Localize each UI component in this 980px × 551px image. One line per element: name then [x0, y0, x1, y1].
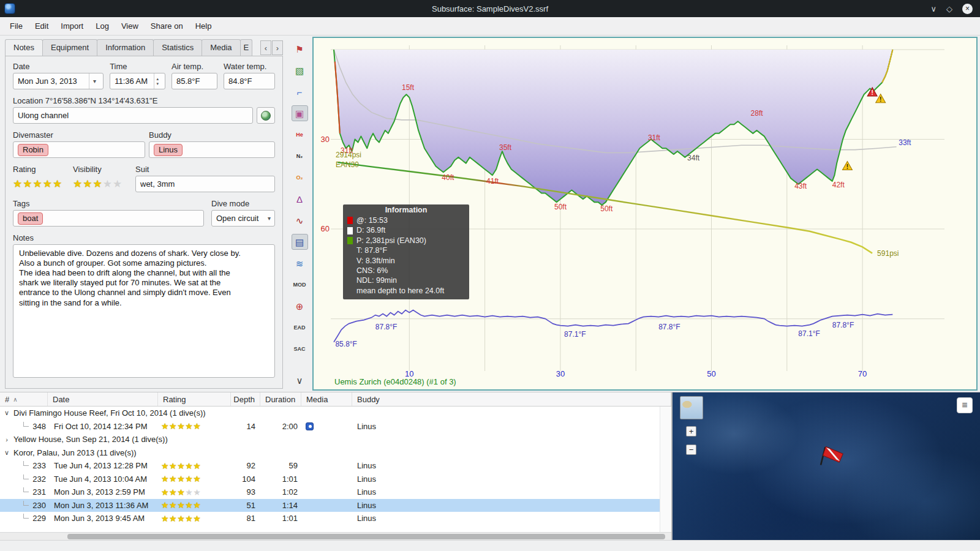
star-icon[interactable]: ★: [161, 474, 169, 484]
date-combobox[interactable]: Mon Jun 3, 2013 ▾: [13, 73, 104, 89]
star-icon[interactable]: ★: [185, 500, 193, 510]
map-zoom-out-button[interactable]: −: [686, 444, 696, 455]
dive-row[interactable]: 231Mon Jun 3, 2013 2:59 PM★★★★★931:02Lin…: [0, 485, 660, 499]
star-icon[interactable]: ★: [43, 178, 53, 190]
star-icon[interactable]: ★: [169, 421, 177, 431]
column-header-date[interactable]: Date: [48, 392, 158, 406]
tab-media[interactable]: Media: [202, 39, 240, 56]
dc-events-icon[interactable]: ⊕: [292, 298, 308, 314]
rating-stars[interactable]: ★★★★★: [13, 176, 64, 192]
star-icon[interactable]: ★: [161, 500, 169, 510]
tab-e[interactable]: E: [240, 39, 252, 56]
he-partial-pressure-icon[interactable]: He: [292, 127, 308, 143]
dive-flag-marker[interactable]: [815, 444, 846, 472]
spin-down-icon[interactable]: ▾: [156, 81, 159, 86]
tab-statistics[interactable]: Statistics: [153, 39, 202, 56]
tab-information[interactable]: Information: [97, 39, 154, 56]
dive-map[interactable]: + − ≡: [673, 392, 980, 540]
chevron-down-icon[interactable]: ∨: [2, 449, 11, 457]
map-overview-thumbnail[interactable]: [680, 396, 703, 419]
air-temp-field[interactable]: 85.8°F: [172, 73, 217, 89]
calculated-ceiling-icon[interactable]: ≋: [292, 255, 308, 271]
tag-chip[interactable]: boat: [18, 212, 43, 225]
tab-notes[interactable]: Notes: [5, 39, 43, 56]
star-icon[interactable]: ★: [13, 178, 23, 190]
dive-row[interactable]: 230Mon Jun 3, 2013 11:36 AM★★★★★511:14Li…: [0, 499, 660, 512]
tab-equipment[interactable]: Equipment: [42, 39, 97, 56]
show-pictures-icon[interactable]: ▣: [292, 105, 308, 121]
menu-log[interactable]: Log: [89, 18, 115, 34]
star-icon[interactable]: ★: [103, 178, 113, 190]
photos-toggle-icon[interactable]: ▧: [292, 62, 308, 78]
star-icon[interactable]: ★: [177, 487, 185, 497]
notes-textarea[interactable]: Unbelievable dive. Dozens and dozens of …: [13, 244, 275, 378]
menu-file[interactable]: File: [4, 18, 29, 34]
star-icon[interactable]: ★: [169, 461, 177, 471]
dive-mode-icon[interactable]: ⚑: [292, 41, 308, 57]
dc-ceiling-icon[interactable]: Δ: [292, 191, 308, 207]
star-icon[interactable]: ★: [185, 514, 193, 523]
star-icon[interactable]: ★: [169, 500, 177, 510]
dive-row[interactable]: 232Tue Jun 4, 2013 10:04 AM★★★★★1041:01L…: [0, 473, 660, 486]
star-icon[interactable]: ★: [23, 178, 32, 190]
menu-share-on[interactable]: Share on: [145, 18, 189, 34]
star-icon[interactable]: ★: [185, 487, 193, 497]
chevron-right-icon[interactable]: ›: [2, 436, 11, 443]
star-icon[interactable]: ★: [83, 178, 92, 190]
star-icon[interactable]: ★: [177, 474, 185, 484]
menu-help[interactable]: Help: [189, 18, 218, 34]
trip-row[interactable]: ∨Koror, Palau, Jun 2013 (11 dive(s)): [0, 446, 660, 460]
column-header-duration[interactable]: Duration: [260, 392, 301, 406]
chevron-down-icon[interactable]: ∨: [2, 409, 11, 417]
menu-import[interactable]: Import: [55, 18, 89, 34]
star-icon[interactable]: ★: [185, 421, 193, 431]
star-icon[interactable]: ★: [177, 461, 185, 471]
dive-profile[interactable]: 30601030507031ft15ft40ft41ft35ft50ft50ft…: [312, 37, 978, 391]
menu-view[interactable]: View: [115, 18, 145, 34]
column-header-num[interactable]: #∧: [0, 392, 48, 406]
trip-row[interactable]: ›Yellow House, Sun Sep 21, 2014 (1 dive(…: [0, 433, 660, 446]
star-icon[interactable]: ★: [73, 178, 83, 190]
vertical-scrollbar[interactable]: [660, 407, 671, 532]
star-icon[interactable]: ★: [193, 461, 201, 471]
n2-partial-pressure-icon[interactable]: N₂: [292, 148, 308, 164]
divemaster-field[interactable]: Robin: [13, 141, 145, 158]
star-icon[interactable]: ★: [161, 461, 169, 471]
chevron-down-icon[interactable]: ▾: [89, 73, 99, 89]
column-header-rating[interactable]: Rating: [158, 392, 231, 406]
buddy-chip[interactable]: Linus: [154, 144, 183, 156]
trip-row[interactable]: ∨Divi Flamingo House Reef, Fri Oct 10, 2…: [0, 407, 660, 420]
map-zoom-in-button[interactable]: +: [686, 426, 696, 437]
star-icon[interactable]: ★: [53, 178, 62, 190]
visibility-stars[interactable]: ★★★★★: [73, 176, 127, 192]
star-icon[interactable]: ★: [185, 461, 193, 471]
map-menu-button[interactable]: ≡: [957, 397, 973, 413]
tags-field[interactable]: boat: [13, 210, 204, 227]
ead-icon[interactable]: EAD: [292, 320, 308, 335]
star-icon[interactable]: ★: [169, 474, 177, 484]
time-spinbox[interactable]: 11:36 AM ▴▾: [110, 73, 165, 89]
ruler-icon[interactable]: ⌐: [292, 84, 308, 100]
close-icon[interactable]: ×: [962, 4, 973, 14]
dive-row[interactable]: 348Fri Oct 10, 2014 12:34 PM★★★★★142:00L…: [0, 420, 660, 433]
horizontal-scrollbar[interactable]: [0, 532, 671, 540]
star-icon[interactable]: ★: [193, 500, 201, 510]
location-field[interactable]: Ulong channel: [13, 107, 253, 124]
sac-icon[interactable]: SAC: [292, 341, 308, 357]
dive-row[interactable]: 229Mon Jun 3, 2013 9:45 AM★★★★★811:01Lin…: [0, 512, 660, 525]
o2-partial-pressure-icon[interactable]: O₂: [292, 170, 308, 186]
mod-icon[interactable]: MOD: [292, 277, 308, 293]
star-icon[interactable]: ★: [33, 178, 43, 190]
star-icon[interactable]: ★: [161, 487, 169, 497]
tab-scroll-right-icon[interactable]: ›: [272, 40, 283, 55]
scrollbar-thumb[interactable]: [67, 534, 665, 539]
heart-rate-icon[interactable]: ∿: [292, 212, 308, 228]
star-icon[interactable]: ★: [169, 487, 177, 497]
suit-field[interactable]: wet, 3mm: [135, 176, 275, 192]
star-icon[interactable]: ★: [161, 514, 169, 523]
star-icon[interactable]: ★: [193, 474, 201, 484]
maximize-icon[interactable]: ◇: [946, 5, 952, 13]
star-icon[interactable]: ★: [177, 514, 185, 523]
star-icon[interactable]: ★: [177, 421, 185, 431]
minimize-icon[interactable]: ∨: [930, 5, 937, 13]
